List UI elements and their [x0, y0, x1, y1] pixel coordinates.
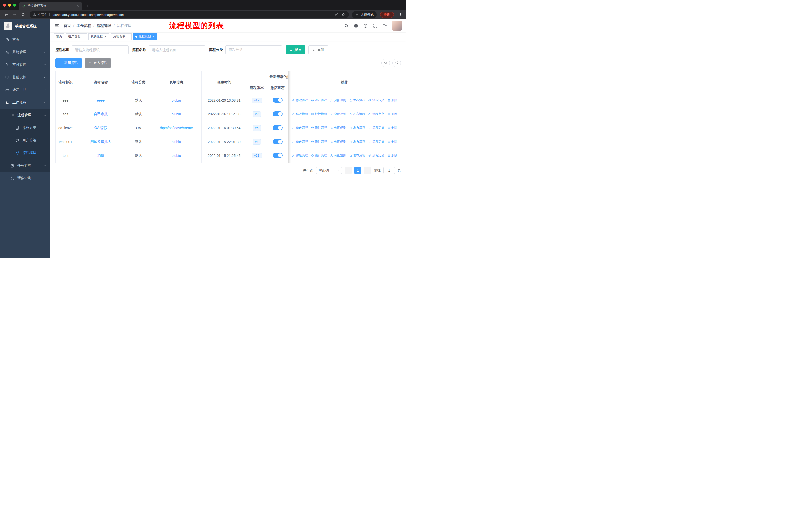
window-close-button[interactable] [3, 3, 6, 6]
publish-process-link[interactable]: 发布流程 [349, 112, 365, 116]
version-badge[interactable]: v17 [252, 98, 262, 103]
sidebar-collapse-button[interactable] [54, 23, 59, 28]
sidebar-item-user-group[interactable]: 用户分组 [0, 134, 50, 147]
sidebar-item-infrastructure[interactable]: 基础设施 [0, 71, 50, 84]
version-badge[interactable]: v21 [252, 153, 262, 159]
breadcrumb-item[interactable]: 首页 [64, 23, 77, 28]
tab-close-icon[interactable] [76, 4, 80, 8]
toggle-search-button[interactable] [381, 59, 390, 67]
tag-close-icon[interactable] [104, 35, 107, 38]
modify-process-link[interactable]: 修改流程 [292, 98, 308, 102]
process-name-link[interactable]: 自己审批 [94, 112, 108, 116]
tag-close-icon[interactable] [126, 35, 129, 38]
assign-rule-link[interactable]: 分配规则 [330, 126, 346, 130]
reset-button[interactable]: 重置 [308, 45, 328, 54]
active-toggle[interactable] [272, 98, 283, 103]
key-icon[interactable] [334, 12, 338, 17]
reload-button[interactable] [20, 11, 27, 18]
prev-page-button[interactable] [345, 167, 352, 174]
form-link[interactable]: /bpm/oa/leave/create [160, 126, 193, 130]
process-definition-link[interactable]: 流程定义 [368, 112, 384, 116]
sidebar-item-workflow[interactable]: 工作流程 [0, 96, 50, 109]
search-icon[interactable] [344, 23, 349, 28]
sidebar-item-process-form[interactable]: 流程表单 [0, 121, 50, 134]
breadcrumb-item[interactable]: 工作流程 [77, 23, 97, 28]
form-link[interactable]: biubiu [172, 140, 181, 144]
sidebar-item-process-model[interactable]: 流程模型 [0, 147, 50, 159]
process-name-link[interactable]: 滔博 [97, 154, 105, 158]
fullscreen-icon[interactable] [373, 23, 378, 28]
tag-close-icon[interactable] [82, 35, 85, 38]
current-page-button[interactable]: 1 [354, 167, 361, 174]
process-name-input[interactable] [148, 45, 205, 54]
tag-close-icon[interactable] [152, 35, 155, 38]
browser-update-button[interactable]: 更新 [380, 11, 394, 18]
sidebar-item-leave-query[interactable]: 请假查询 [0, 172, 50, 184]
back-button[interactable] [2, 11, 9, 18]
bookmark-star-icon[interactable] [341, 12, 345, 17]
import-process-button[interactable]: 导入流程 [85, 58, 111, 67]
modify-process-link[interactable]: 修改流程 [292, 140, 308, 144]
sidebar-item-process-management[interactable]: 流程管理 [0, 109, 50, 121]
browser-menu-button[interactable] [398, 11, 404, 18]
font-size-icon[interactable] [382, 23, 387, 28]
breadcrumb-item[interactable]: 流程管理 [97, 23, 117, 28]
form-link[interactable]: biubiu [172, 112, 181, 116]
sidebar-item-devtools[interactable]: 研发工具 [0, 84, 50, 96]
browser-tab[interactable]: 芋道管理系统 [19, 1, 82, 10]
publish-process-link[interactable]: 发布流程 [349, 154, 365, 158]
refresh-table-button[interactable] [393, 59, 401, 67]
address-bar[interactable]: 不安全 dashboard.yudao.iocoder.cn/bpm/manag… [30, 11, 349, 18]
form-link[interactable]: biubiu [172, 154, 181, 158]
delete-process-link[interactable]: 删除 [387, 126, 398, 130]
sidebar-item-task-management[interactable]: 任务管理 [0, 159, 50, 172]
design-process-link[interactable]: 设计流程 [311, 112, 327, 116]
forward-button[interactable] [11, 11, 18, 18]
security-indicator[interactable]: 不安全 [33, 12, 47, 17]
tag-process-form[interactable]: 流程表单 [111, 33, 132, 40]
design-process-link[interactable]: 设计流程 [311, 126, 327, 130]
delete-process-link[interactable]: 删除 [387, 112, 398, 116]
sidebar-item-system[interactable]: 系统管理 [0, 46, 50, 58]
design-process-link[interactable]: 设计流程 [311, 98, 327, 102]
active-toggle[interactable] [272, 139, 283, 144]
tag-process-model[interactable]: 流程模型 [133, 33, 157, 40]
modify-process-link[interactable]: 修改流程 [292, 126, 308, 130]
sidebar-item-payment[interactable]: 支付管理 [0, 58, 50, 71]
create-process-button[interactable]: 新建流程 [55, 58, 82, 67]
assign-rule-link[interactable]: 分配规则 [330, 140, 346, 144]
publish-process-link[interactable]: 发布流程 [349, 126, 365, 130]
design-process-link[interactable]: 设计流程 [311, 154, 327, 158]
version-badge[interactable]: v2 [253, 111, 261, 117]
goto-page-input[interactable] [383, 167, 395, 174]
process-name-link[interactable]: 测试多审批人 [90, 140, 112, 144]
delete-process-link[interactable]: 删除 [387, 140, 398, 144]
process-name-link[interactable]: eeee [97, 98, 105, 102]
modify-process-link[interactable]: 修改流程 [292, 112, 308, 116]
new-tab-button[interactable] [84, 2, 91, 9]
assign-rule-link[interactable]: 分配规则 [330, 112, 346, 116]
page-size-select[interactable]: 10条/页 [316, 167, 342, 174]
publish-process-link[interactable]: 发布流程 [349, 98, 365, 102]
active-toggle[interactable] [272, 125, 283, 130]
help-icon[interactable] [363, 23, 368, 28]
delete-process-link[interactable]: 删除 [387, 98, 398, 102]
active-toggle[interactable] [272, 111, 283, 116]
process-definition-link[interactable]: 流程定义 [368, 98, 384, 102]
user-avatar[interactable] [392, 21, 402, 31]
window-zoom-button[interactable] [13, 3, 16, 6]
modify-process-link[interactable]: 修改流程 [292, 154, 308, 158]
design-process-link[interactable]: 设计流程 [311, 140, 327, 144]
window-minimize-button[interactable] [8, 3, 11, 6]
process-definition-link[interactable]: 流程定义 [368, 140, 384, 144]
tag-my-process[interactable]: 我的流程 [88, 33, 109, 40]
assign-rule-link[interactable]: 分配规则 [330, 154, 346, 158]
process-definition-link[interactable]: 流程定义 [368, 126, 384, 130]
publish-process-link[interactable]: 发布流程 [349, 140, 365, 144]
next-page-button[interactable] [364, 167, 371, 174]
process-definition-link[interactable]: 流程定义 [368, 154, 384, 158]
github-icon[interactable] [354, 23, 358, 28]
process-name-link[interactable]: OA 请假 [94, 126, 107, 130]
version-badge[interactable]: v4 [253, 139, 261, 145]
form-link[interactable]: biubiu [172, 98, 181, 102]
